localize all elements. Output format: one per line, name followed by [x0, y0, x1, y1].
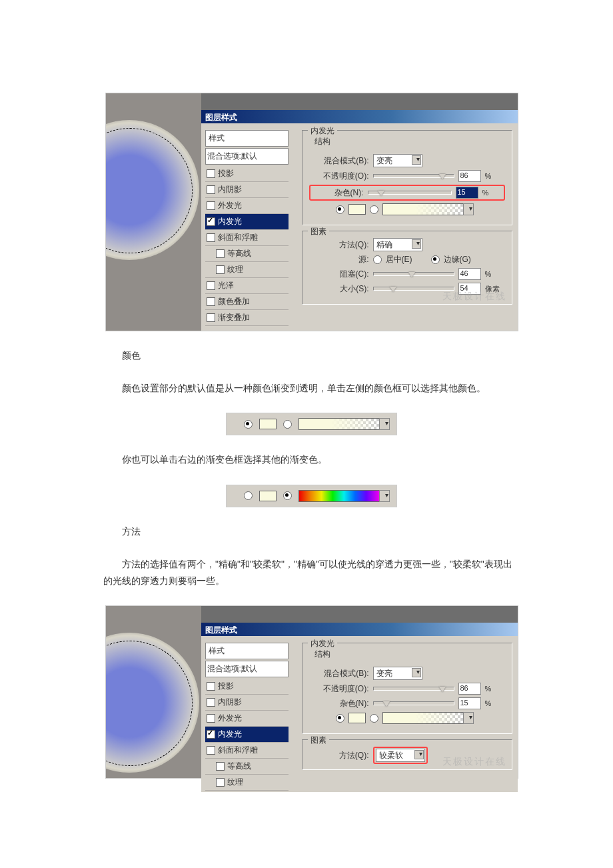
checkbox-icon[interactable] [207, 201, 215, 210]
style-bevel[interactable]: 斜面和浮雕 [205, 743, 289, 759]
checkbox-icon[interactable] [207, 281, 215, 290]
checkbox-icon[interactable] [207, 233, 215, 242]
radio-source-edge[interactable] [431, 255, 440, 264]
style-drop-shadow[interactable]: 投影 [205, 166, 289, 182]
style-satin[interactable]: 光泽 [205, 278, 289, 294]
checkbox-icon[interactable] [216, 265, 225, 274]
checkbox-icon[interactable] [207, 217, 215, 226]
opacity-input[interactable]: 86 [458, 170, 481, 182]
noise-label: 杂色(N): [312, 187, 364, 199]
settings-panel: 内发光 结构 混合模式(B): 变亮 不透明度(O): 86 % [293, 123, 518, 331]
style-blend-options[interactable]: 混合选项:默认 [205, 148, 289, 165]
source-edge-label: 边缘(G) [444, 254, 471, 265]
color-swatch[interactable] [259, 419, 277, 429]
style-gradient-overlay[interactable]: 渐变叠加 [205, 310, 289, 326]
method-select[interactable]: 较柔软 [376, 749, 425, 762]
paragraph-color: 颜色设置部分的默认值是从一种颜色渐变到透明，单击左侧的颜色框可以选择其他颜色。 [103, 380, 520, 397]
checkbox-icon[interactable] [207, 313, 215, 322]
blend-mode-label: 混合模式(B): [309, 155, 369, 167]
blend-mode-select[interactable]: 变亮 [373, 154, 422, 167]
noise-input[interactable]: 15 [458, 697, 481, 709]
figure-2 [103, 413, 520, 435]
style-outer-glow[interactable]: 外发光 [205, 711, 289, 727]
unit-percent: % [482, 189, 502, 197]
color-swatch[interactable] [259, 491, 277, 501]
style-inner-glow[interactable]: 内发光 [205, 727, 289, 743]
color-swatch[interactable] [348, 713, 366, 723]
checkbox-icon[interactable] [216, 249, 225, 258]
style-drop-shadow[interactable]: 投影 [205, 679, 289, 695]
style-inner-glow[interactable]: 内发光 [205, 214, 289, 230]
gradient-swatch[interactable] [382, 203, 464, 215]
style-blend-options[interactable]: 混合选项:默认 [205, 661, 289, 677]
style-contour[interactable]: 等高线 [205, 759, 289, 775]
radio-solid-color[interactable] [336, 714, 344, 723]
group-inner-glow: 内发光 结构 混合模式(B): 变亮 不透明度(O): 86 % [302, 643, 512, 734]
checkbox-icon[interactable] [207, 185, 215, 194]
heading-method: 方法 [103, 523, 520, 540]
noise-slider[interactable] [373, 701, 454, 705]
gradient-swatch[interactable] [299, 418, 380, 430]
style-texture[interactable]: 纹理 [205, 775, 289, 791]
radio-gradient[interactable] [370, 205, 378, 214]
dialog-title: 图层样式 [201, 623, 518, 636]
choke-label: 阻塞(C): [309, 269, 369, 280]
opacity-slider[interactable] [373, 687, 454, 691]
style-outer-glow[interactable]: 外发光 [205, 198, 289, 214]
noise-input[interactable]: 15 [456, 187, 478, 199]
checkbox-icon[interactable] [207, 730, 215, 739]
styles-list: 样式 混合选项:默认 投影 内阴影 外发光 内发光 斜面和浮雕 等高线 纹理 光… [201, 123, 293, 331]
blend-mode-label: 混合模式(B): [309, 668, 369, 679]
settings-panel: 内发光 结构 混合模式(B): 变亮 不透明度(O): 86 % [293, 636, 518, 792]
choke-input[interactable]: 46 [458, 268, 481, 280]
noise-slider[interactable] [368, 191, 452, 195]
checkbox-icon[interactable] [207, 714, 215, 723]
radio-gradient[interactable] [283, 491, 292, 500]
style-inner-shadow[interactable]: 内阴影 [205, 182, 289, 198]
checkbox-icon[interactable] [207, 682, 215, 691]
radio-solid-color[interactable] [244, 420, 253, 429]
gradient-swatch[interactable] [382, 712, 464, 724]
radio-gradient[interactable] [283, 420, 292, 429]
method-highlighted: 较柔软 [373, 747, 428, 764]
radio-gradient[interactable] [370, 714, 378, 723]
style-color-overlay[interactable]: 颜色叠加 [205, 294, 289, 310]
radio-source-center[interactable] [373, 255, 382, 264]
paragraph-method: 方法的选择值有两个，"精确"和"较柔软"，"精确"可以使光线的穿透力更强一些，"… [103, 556, 520, 589]
opacity-input[interactable]: 86 [458, 683, 481, 695]
group-elements: 图素 方法(Q): 精确 源: 居中(E) 边缘(G) [302, 231, 512, 305]
checkbox-icon[interactable] [207, 297, 215, 306]
elements-label: 图素 [308, 735, 329, 746]
method-label: 方法(Q): [309, 239, 369, 251]
method-select[interactable]: 精确 [373, 238, 422, 251]
unit-percent: % [485, 270, 505, 278]
figure-3 [103, 485, 520, 507]
style-bevel[interactable]: 斜面和浮雕 [205, 230, 289, 246]
styles-header[interactable]: 样式 [205, 643, 289, 659]
checkbox-icon[interactable] [207, 698, 215, 707]
checkbox-icon[interactable] [207, 169, 215, 178]
size-input[interactable]: 54 [458, 283, 481, 295]
size-slider[interactable] [373, 287, 454, 291]
checkbox-icon[interactable] [216, 762, 225, 771]
styles-header[interactable]: 样式 [205, 130, 289, 147]
radio-solid-color[interactable] [336, 205, 344, 214]
size-label: 大小(S): [309, 283, 369, 295]
paragraph-gradient: 你也可以单击右边的渐变色框选择其他的渐变色。 [103, 451, 520, 468]
heading-color: 颜色 [103, 347, 520, 364]
opacity-label: 不透明度(O): [309, 683, 369, 695]
color-swatch[interactable] [348, 204, 366, 215]
choke-slider[interactable] [373, 272, 454, 276]
style-contour[interactable]: 等高线 [205, 246, 289, 262]
structure-label: 结构 [309, 135, 505, 151]
group-label: 内发光 [308, 125, 337, 137]
gradient-rainbow-swatch[interactable] [299, 490, 380, 502]
checkbox-icon[interactable] [216, 778, 225, 787]
blend-mode-select[interactable]: 变亮 [373, 667, 422, 680]
checkbox-icon[interactable] [207, 746, 215, 755]
style-texture[interactable]: 纹理 [205, 262, 289, 278]
opacity-slider[interactable] [373, 174, 454, 178]
style-inner-shadow[interactable]: 内阴影 [205, 695, 289, 711]
radio-solid-color[interactable] [244, 491, 253, 500]
unit-percent: % [485, 172, 505, 180]
